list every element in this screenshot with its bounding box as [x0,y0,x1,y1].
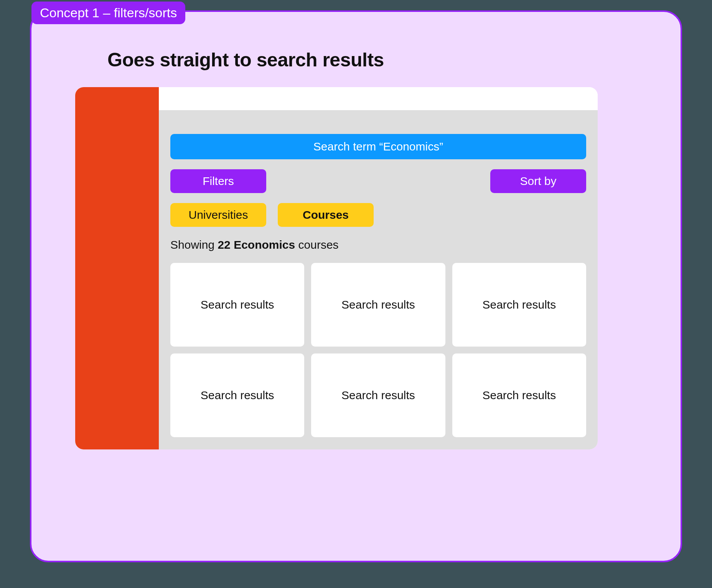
tab-courses[interactable]: Courses [278,203,374,227]
result-card[interactable]: Search results [170,353,304,437]
sort-by-button[interactable]: Sort by [490,169,586,193]
result-card[interactable]: Search results [452,353,586,437]
results-count: Showing 22 Economics courses [170,238,586,251]
concept-panel: Goes straight to search results Search t… [30,10,682,562]
results-count-bold: 22 Economics [218,238,295,251]
results-count-suffix: courses [295,238,338,251]
result-card[interactable]: Search results [311,353,445,437]
page-title: Goes straight to search results [107,49,654,71]
filters-button[interactable]: Filters [170,169,266,193]
sidebar [75,87,159,449]
main-area: Search term “Economics” Filters Sort by … [159,110,598,449]
tabs-row: Universities Courses [170,203,586,227]
content-area: Search term “Economics” Filters Sort by … [159,87,598,449]
mockup-frame: Search term “Economics” Filters Sort by … [75,87,598,449]
concept-badge: Concept 1 – filters/sorts [31,2,185,24]
tab-universities[interactable]: Universities [170,203,266,227]
results-grid: Search results Search results Search res… [170,263,586,437]
result-card[interactable]: Search results [170,263,304,347]
search-term-bar[interactable]: Search term “Economics” [170,134,586,159]
controls-row: Filters Sort by [170,169,586,193]
topbar [159,87,598,110]
result-card[interactable]: Search results [311,263,445,347]
results-count-prefix: Showing [170,238,218,251]
result-card[interactable]: Search results [452,263,586,347]
